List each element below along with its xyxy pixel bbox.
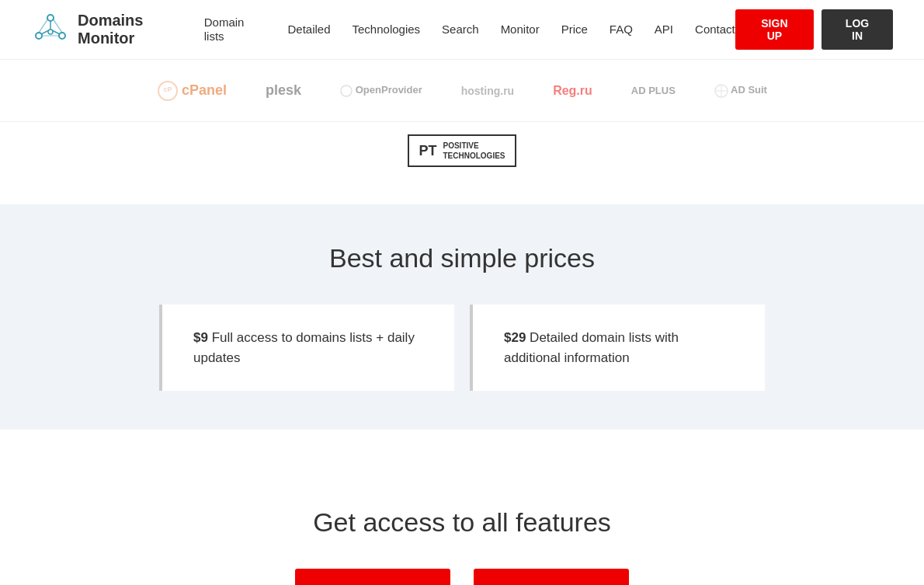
- pt-text-line1: POSITIVE: [443, 141, 505, 151]
- svg-line-7: [39, 19, 48, 33]
- nav-link-contact[interactable]: Contact: [695, 23, 735, 36]
- nav-item-search[interactable]: Search: [442, 23, 479, 37]
- pt-text-block: POSITIVE TECHNOLOGIES: [443, 141, 505, 161]
- svg-line-8: [53, 19, 62, 33]
- pricing-title: Best and simple prices: [31, 243, 893, 273]
- nav-item-domain-lists[interactable]: Domain lists: [204, 16, 266, 44]
- svg-point-12: [341, 85, 352, 96]
- nav-item-faq[interactable]: FAQ: [610, 23, 633, 37]
- nav-link-monitor[interactable]: Monitor: [501, 23, 540, 36]
- login-button[interactable]: LOG IN: [822, 9, 893, 50]
- pricing-card-1: $9 Full access to domains lists + daily …: [159, 305, 454, 391]
- pricing-cards: $9 Full access to domains lists + daily …: [113, 305, 811, 391]
- logo-icon: [31, 9, 70, 50]
- pricing-card-1-price: $9: [193, 330, 208, 345]
- svg-text:cP: cP: [164, 85, 172, 93]
- nav-link-price[interactable]: Price: [561, 23, 588, 36]
- pt-logo: PT POSITIVE TECHNOLOGIES: [408, 134, 516, 167]
- nav-item-technologies[interactable]: Technologies: [353, 23, 421, 37]
- pricing-card-1-desc: Full access to domains lists + daily upd…: [193, 330, 415, 365]
- cta-signup-button[interactable]: Sign up: [295, 569, 450, 585]
- pricing-card-2: $29 Detailed domain lists with additiona…: [470, 305, 765, 391]
- nav-list: Domain lists Detailed Technologies Searc…: [204, 16, 735, 44]
- header: Domains Monitor Domain lists Detailed Te…: [0, 0, 924, 60]
- main-nav: Domain lists Detailed Technologies Searc…: [204, 16, 735, 44]
- partners-strip: cPcPanel plesk OpenProvider hosting.ru R…: [0, 60, 924, 122]
- pricing-section: Best and simple prices $9 Full access to…: [0, 204, 924, 430]
- nav-link-detailed[interactable]: Detailed: [287, 23, 330, 36]
- cta-title: Get access to all features: [31, 507, 893, 538]
- nav-actions: SIGN UP LOG IN: [735, 9, 893, 50]
- logo-link[interactable]: Domains Monitor: [31, 9, 204, 50]
- svg-point-0: [47, 15, 54, 21]
- nav-item-api[interactable]: API: [655, 23, 673, 37]
- pt-symbol: PT: [419, 143, 436, 159]
- nav-link-domain-lists[interactable]: Domain lists: [204, 16, 245, 43]
- partner-cpanel: cPcPanel: [157, 80, 227, 102]
- pricing-card-1-text: $9 Full access to domains lists + daily …: [193, 328, 423, 367]
- logo-text: Domains Monitor: [78, 12, 204, 47]
- partner-adsuit: AD Suit: [714, 84, 767, 98]
- partner-reg: Reg.ru: [553, 84, 592, 98]
- signup-button[interactable]: SIGN UP: [735, 9, 814, 50]
- partner-plesk: plesk: [266, 82, 301, 99]
- nav-item-detailed[interactable]: Detailed: [287, 23, 330, 37]
- nav-item-price[interactable]: Price: [561, 23, 588, 37]
- nav-link-api[interactable]: API: [655, 23, 673, 36]
- nav-link-technologies[interactable]: Technologies: [353, 23, 421, 36]
- pricing-card-2-text: $29 Detailed domain lists with additiona…: [504, 328, 734, 367]
- pricing-card-2-price: $29: [504, 330, 526, 345]
- partner-adplus: AD PLUS: [631, 85, 676, 96]
- partner-openprovider: OpenProvider: [340, 84, 422, 97]
- svg-point-1: [36, 33, 42, 39]
- pt-logo-section: PT POSITIVE TECHNOLOGIES: [0, 122, 924, 173]
- nav-item-monitor[interactable]: Monitor: [501, 23, 540, 37]
- partner-hosting: hosting.ru: [461, 85, 514, 97]
- nav-link-search[interactable]: Search: [442, 23, 479, 36]
- spacer-mid: [0, 430, 924, 476]
- cta-buttons: Sign up Log In: [31, 569, 893, 585]
- nav-item-contact[interactable]: Contact: [695, 23, 735, 37]
- pt-text-line2: TECHNOLOGIES: [443, 151, 505, 161]
- nav-link-faq[interactable]: FAQ: [610, 23, 633, 36]
- spacer-top: [0, 173, 924, 204]
- cta-section: Get access to all features Sign up Log I…: [0, 476, 924, 585]
- cta-login-button[interactable]: Log In: [474, 569, 629, 585]
- pricing-card-2-desc: Detailed domain lists with additional in…: [504, 330, 679, 365]
- svg-point-2: [59, 33, 65, 39]
